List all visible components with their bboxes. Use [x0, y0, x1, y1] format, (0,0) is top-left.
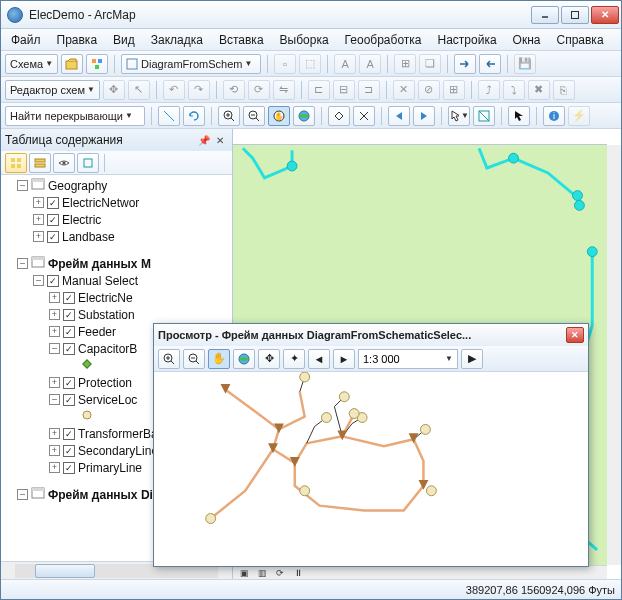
select-elements-icon[interactable] [508, 106, 530, 126]
viewer-close-button[interactable]: ✕ [566, 327, 584, 343]
layer-checkbox[interactable]: ✓ [47, 197, 59, 209]
layer-checkbox[interactable]: ✓ [47, 214, 59, 226]
viewer-next-extent-icon[interactable]: ► [333, 349, 355, 369]
zoom-in-icon[interactable] [218, 106, 240, 126]
expand-icon[interactable]: + [49, 292, 60, 303]
viewer-canvas[interactable] [154, 372, 588, 566]
expand-icon[interactable]: + [49, 377, 60, 388]
menu-help[interactable]: Справка [548, 31, 611, 49]
menu-bookmark[interactable]: Закладка [143, 31, 211, 49]
titlebar[interactable]: ElecDemo - ArcMap ✕ [1, 1, 621, 29]
select-features-icon[interactable]: ▼ [448, 106, 470, 126]
layer-serviceloc[interactable]: ServiceLoc [78, 393, 137, 407]
scroll-thumb[interactable] [35, 564, 95, 578]
layer-checkbox[interactable]: ✓ [63, 462, 75, 474]
layer-checkbox[interactable]: ✓ [47, 231, 59, 243]
layer-checkbox[interactable]: ✓ [63, 309, 75, 321]
menu-customize[interactable]: Настройка [430, 31, 505, 49]
toc-header[interactable]: Таблица содержания 📌 ✕ [1, 129, 232, 151]
expand-icon[interactable]: + [33, 197, 44, 208]
close-panel-icon[interactable]: ✕ [212, 132, 228, 148]
viewer-full-extent-icon[interactable] [233, 349, 255, 369]
layer-checkbox[interactable]: ✓ [63, 326, 75, 338]
viewer-zoom-in-icon[interactable] [158, 349, 180, 369]
expand-icon[interactable]: + [49, 309, 60, 320]
layer-primaryline[interactable]: PrimaryLine [78, 461, 142, 475]
schema-dropdown[interactable]: Схема▼ [5, 54, 58, 74]
collapse-icon[interactable]: – [17, 180, 28, 191]
viewer-window[interactable]: Просмотр - Фрейм данных DiagramFromSchem… [153, 323, 589, 567]
collapse-icon[interactable]: – [33, 275, 44, 286]
pan-icon[interactable]: ✋ [268, 106, 290, 126]
expand-icon[interactable]: + [33, 231, 44, 242]
identify-icon[interactable]: i [543, 106, 565, 126]
fixed-zoom-in-icon[interactable] [328, 106, 350, 126]
layer-landbase[interactable]: Landbase [62, 230, 115, 244]
collapse-icon[interactable]: – [49, 343, 60, 354]
list-by-drawing-order-icon[interactable] [5, 153, 27, 173]
viewer-prev-extent-icon[interactable]: ◄ [308, 349, 330, 369]
refresh-icon[interactable] [183, 106, 205, 126]
collapse-icon[interactable]: – [49, 394, 60, 405]
viewer-fixed-zoom-out-icon[interactable]: ✦ [283, 349, 305, 369]
list-by-source-icon[interactable] [29, 153, 51, 173]
menu-view[interactable]: Вид [105, 31, 143, 49]
viewer-pan-icon[interactable]: ✋ [208, 349, 230, 369]
close-button[interactable]: ✕ [591, 6, 619, 24]
diagram-template-combo[interactable]: DiagramFromSchem▼ [121, 54, 261, 74]
layout-view-icon[interactable]: ▥ [255, 567, 269, 579]
prev-extent-icon[interactable] [388, 106, 410, 126]
viewer-play-icon[interactable]: ▶ [461, 349, 483, 369]
viewer-fixed-zoom-in-icon[interactable]: ✥ [258, 349, 280, 369]
pin-icon[interactable]: 📌 [196, 132, 212, 148]
layer-checkbox[interactable]: ✓ [63, 292, 75, 304]
zoom-out-icon[interactable] [243, 106, 265, 126]
menu-insert[interactable]: Вставка [211, 31, 272, 49]
layer-secondaryline[interactable]: SecondaryLine [78, 444, 158, 458]
expand-icon[interactable]: + [49, 326, 60, 337]
find-overlapping-combo[interactable]: Найти перекрывающи▼ [5, 106, 145, 126]
layer-capacitor[interactable]: CapacitorB [78, 342, 137, 356]
list-by-visibility-icon[interactable] [53, 153, 75, 173]
layer-checkbox[interactable]: ✓ [63, 377, 75, 389]
maximize-button[interactable] [561, 6, 589, 24]
kill-overlap-icon[interactable] [158, 106, 180, 126]
expand-icon[interactable]: + [49, 445, 60, 456]
propagate-selection-icon[interactable] [454, 54, 476, 74]
layer-substation[interactable]: Substation [78, 308, 135, 322]
viewer-zoom-out-icon[interactable] [183, 349, 205, 369]
layer-checkbox[interactable]: ✓ [63, 394, 75, 406]
data-view-icon[interactable]: ▣ [237, 567, 251, 579]
collapse-icon[interactable]: – [17, 489, 28, 500]
expand-icon[interactable]: + [49, 462, 60, 473]
full-extent-icon[interactable] [293, 106, 315, 126]
schematic-diagram-icon[interactable] [86, 54, 108, 74]
list-by-selection-icon[interactable] [77, 153, 99, 173]
editor-dropdown[interactable]: Редактор схем▼ [5, 80, 100, 100]
layer-protection[interactable]: Protection [78, 376, 132, 390]
refresh-view-icon[interactable]: ⟳ [273, 567, 287, 579]
expand-icon[interactable]: + [33, 214, 44, 225]
layer-electric[interactable]: Electric [62, 213, 101, 227]
layer-electricne[interactable]: ElectricNe [78, 291, 133, 305]
viewer-scale-combo[interactable]: 1:3 000▼ [358, 349, 458, 369]
fixed-zoom-out-icon[interactable] [353, 106, 375, 126]
viewer-titlebar[interactable]: Просмотр - Фрейм данных DiagramFromSchem… [154, 324, 588, 346]
map-vscrollbar[interactable] [607, 145, 621, 565]
menu-selection[interactable]: Выборка [272, 31, 337, 49]
group-manual-select[interactable]: Manual Select [62, 274, 138, 288]
menu-edit[interactable]: Правка [49, 31, 106, 49]
layer-feeder[interactable]: Feeder [78, 325, 116, 339]
open-schematic-icon[interactable] [61, 54, 83, 74]
menu-windows[interactable]: Окна [505, 31, 549, 49]
minimize-button[interactable] [531, 6, 559, 24]
layer-checkbox[interactable]: ✓ [63, 343, 75, 355]
layer-electricnetwork[interactable]: ElectricNetwor [62, 196, 139, 210]
manual-dataframe[interactable]: Фрейм данных M [48, 257, 151, 271]
layer-checkbox[interactable]: ✓ [63, 428, 75, 440]
expand-icon[interactable]: + [49, 428, 60, 439]
geography-frame[interactable]: Geography [48, 179, 107, 193]
menu-geoprocessing[interactable]: Геообработка [337, 31, 430, 49]
layer-checkbox[interactable]: ✓ [47, 275, 59, 287]
next-extent-icon[interactable] [413, 106, 435, 126]
